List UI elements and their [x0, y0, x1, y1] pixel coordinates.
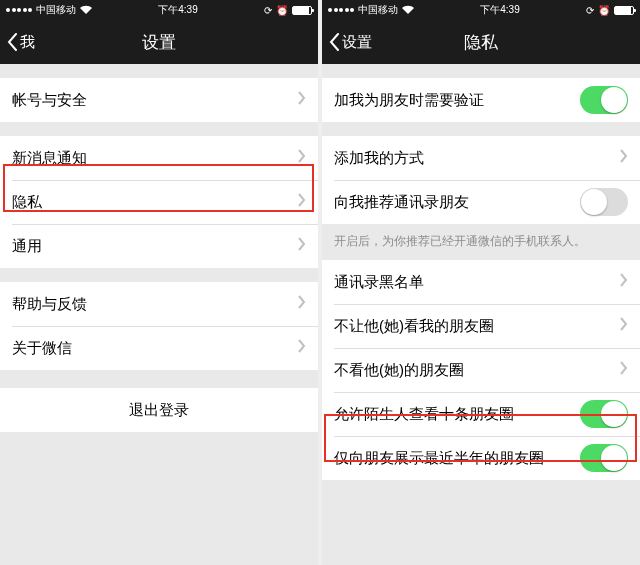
chevron-left-icon — [328, 33, 340, 51]
wifi-icon — [402, 5, 414, 16]
rotation-lock-icon: ⟳ — [586, 5, 594, 16]
toggle-recommend-contacts[interactable] — [580, 188, 628, 216]
cell-label: 向我推荐通讯录朋友 — [334, 193, 580, 212]
cell-label: 加我为朋友时需要验证 — [334, 91, 580, 110]
signal-icon — [6, 8, 32, 12]
cell-label: 不看他(她)的朋友圈 — [334, 361, 620, 380]
alarm-icon: ⏰ — [276, 5, 288, 16]
cell-account-security[interactable]: 帐号与安全 — [0, 78, 318, 122]
cell-hide-my-moments[interactable]: 不让他(她)看我的朋友圈 — [322, 304, 640, 348]
chevron-right-icon — [298, 295, 306, 313]
carrier-label: 中国移动 — [358, 3, 398, 17]
back-button[interactable]: 设置 — [322, 33, 372, 52]
wifi-icon — [80, 5, 92, 16]
chevron-right-icon — [298, 193, 306, 211]
cell-about[interactable]: 关于微信 — [0, 326, 318, 370]
cell-help-feedback[interactable]: 帮助与反馈 — [0, 282, 318, 326]
cell-label: 新消息通知 — [12, 149, 298, 168]
cell-label: 允许陌生人查看十条朋友圈 — [334, 405, 580, 424]
chevron-right-icon — [298, 339, 306, 357]
chevron-left-icon — [6, 33, 18, 51]
privacy-screen: 中国移动 下午4:39 ⟳ ⏰ 设置 隐私 加我为朋友时需要验证 — [322, 0, 640, 565]
logout-label: 退出登录 — [129, 401, 189, 418]
clock-label: 下午4:39 — [480, 3, 519, 17]
toggle-half-year[interactable] — [580, 444, 628, 472]
cell-stranger-ten[interactable]: 允许陌生人查看十条朋友圈 — [322, 392, 640, 436]
cell-label: 通用 — [12, 237, 298, 256]
back-button[interactable]: 我 — [0, 33, 35, 52]
back-label: 设置 — [342, 33, 372, 52]
chevron-right-icon — [620, 317, 628, 335]
recommend-hint: 开启后，为你推荐已经开通微信的手机联系人。 — [322, 224, 640, 254]
alarm-icon: ⏰ — [598, 5, 610, 16]
cell-label: 不让他(她)看我的朋友圈 — [334, 317, 620, 336]
rotation-lock-icon: ⟳ — [264, 5, 272, 16]
chevron-right-icon — [620, 149, 628, 167]
cell-half-year[interactable]: 仅向朋友展示最近半年的朋友圈 — [322, 436, 640, 480]
battery-icon — [614, 6, 634, 15]
chevron-right-icon — [298, 149, 306, 167]
cell-label: 帮助与反馈 — [12, 295, 298, 314]
signal-icon — [328, 8, 354, 12]
cell-label: 帐号与安全 — [12, 91, 298, 110]
cell-require-verify[interactable]: 加我为朋友时需要验证 — [322, 78, 640, 122]
cell-hide-their-moments[interactable]: 不看他(她)的朋友圈 — [322, 348, 640, 392]
cell-new-message[interactable]: 新消息通知 — [0, 136, 318, 180]
chevron-right-icon — [298, 237, 306, 255]
back-label: 我 — [20, 33, 35, 52]
nav-bar: 我 设置 — [0, 20, 318, 64]
nav-bar: 设置 隐私 — [322, 20, 640, 64]
chevron-right-icon — [620, 273, 628, 291]
carrier-label: 中国移动 — [36, 3, 76, 17]
status-bar: 中国移动 下午4:39 ⟳ ⏰ — [322, 0, 640, 20]
cell-label: 仅向朋友展示最近半年的朋友圈 — [334, 449, 580, 468]
cell-privacy[interactable]: 隐私 — [0, 180, 318, 224]
cell-label: 隐私 — [12, 193, 298, 212]
cell-label: 关于微信 — [12, 339, 298, 358]
nav-title: 设置 — [0, 31, 318, 54]
cell-recommend-contacts[interactable]: 向我推荐通讯录朋友 — [322, 180, 640, 224]
toggle-stranger-ten[interactable] — [580, 400, 628, 428]
cell-add-method[interactable]: 添加我的方式 — [322, 136, 640, 180]
settings-screen: 中国移动 下午4:39 ⟳ ⏰ 我 设置 帐号与安全 — [0, 0, 318, 565]
battery-icon — [292, 6, 312, 15]
cell-label: 通讯录黑名单 — [334, 273, 620, 292]
status-bar: 中国移动 下午4:39 ⟳ ⏰ — [0, 0, 318, 20]
chevron-right-icon — [620, 361, 628, 379]
cell-blacklist[interactable]: 通讯录黑名单 — [322, 260, 640, 304]
toggle-require-verify[interactable] — [580, 86, 628, 114]
chevron-right-icon — [298, 91, 306, 109]
clock-label: 下午4:39 — [158, 3, 197, 17]
cell-label: 添加我的方式 — [334, 149, 620, 168]
cell-general[interactable]: 通用 — [0, 224, 318, 268]
logout-button[interactable]: 退出登录 — [0, 388, 318, 432]
